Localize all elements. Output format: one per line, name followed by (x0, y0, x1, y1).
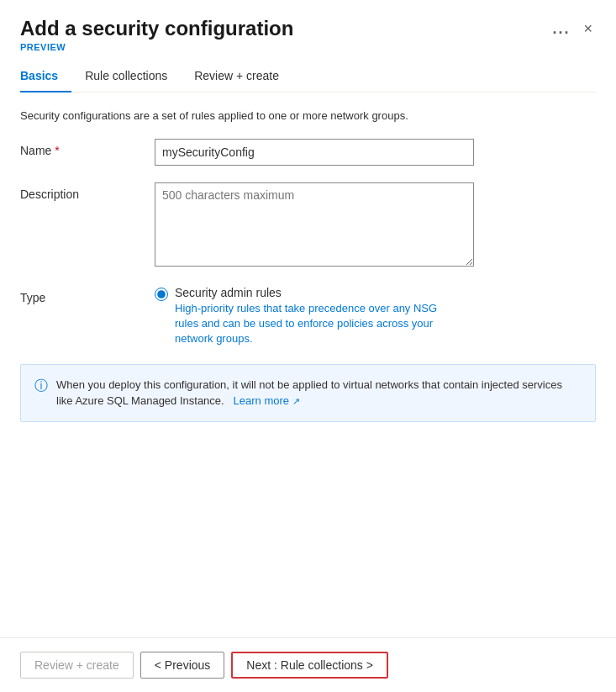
name-label: Name * (20, 139, 155, 157)
tab-basics[interactable]: Basics (20, 62, 71, 92)
radio-label: Security admin rules (175, 286, 461, 299)
previous-button[interactable]: < Previous (140, 652, 225, 679)
description-row: Description (20, 182, 596, 269)
name-row: Name * (20, 139, 596, 166)
tab-review-create[interactable]: Review + create (181, 62, 292, 92)
radio-option-security-admin: Security admin rules High-priority rules… (155, 286, 596, 347)
description-label: Description (20, 182, 155, 201)
info-box: ⓘ When you deploy this configuration, it… (20, 364, 596, 422)
dialog-title: Add a security configuration (20, 17, 552, 40)
info-text: When you deploy this configuration, it w… (56, 377, 582, 409)
description-input-container (155, 182, 596, 269)
type-radio-group: Security admin rules High-priority rules… (155, 286, 596, 347)
name-input-container (155, 139, 596, 166)
form-description: Security configurations are a set of rul… (20, 109, 596, 122)
description-textarea[interactable] (155, 182, 474, 267)
type-row: Type Security admin rules High-priority … (20, 286, 596, 347)
info-icon: ⓘ (34, 378, 48, 395)
dialog-header: Add a security configuration ... × PREVI… (0, 0, 616, 92)
next-button[interactable]: Next : Rule collections > (231, 652, 388, 679)
type-label: Type (20, 286, 155, 304)
tab-rule-collections[interactable]: Rule collections (71, 62, 181, 92)
preview-badge: PREVIEW (20, 42, 596, 52)
name-required: * (55, 144, 59, 157)
name-input[interactable] (155, 139, 474, 166)
close-button[interactable]: × (580, 18, 596, 40)
dialog-footer: Review + create < Previous Next : Rule c… (0, 637, 616, 692)
radio-security-admin[interactable] (155, 288, 168, 301)
title-actions: ... × (552, 18, 596, 40)
radio-description: High-priority rules that take precedence… (175, 301, 461, 347)
external-link-icon: ↗ (292, 396, 300, 406)
tabs-container: Basics Rule collections Review + create (20, 62, 596, 92)
learn-more-link[interactable]: Learn more ↗ (230, 394, 300, 407)
review-create-button[interactable]: Review + create (20, 652, 134, 679)
title-row: Add a security configuration ... × (20, 17, 596, 40)
add-security-config-dialog: Add a security configuration ... × PREVI… (0, 0, 616, 692)
dialog-body: Security configurations are a set of rul… (0, 92, 616, 637)
radio-label-group: Security admin rules High-priority rules… (175, 286, 461, 347)
more-options-icon[interactable]: ... (552, 20, 570, 38)
